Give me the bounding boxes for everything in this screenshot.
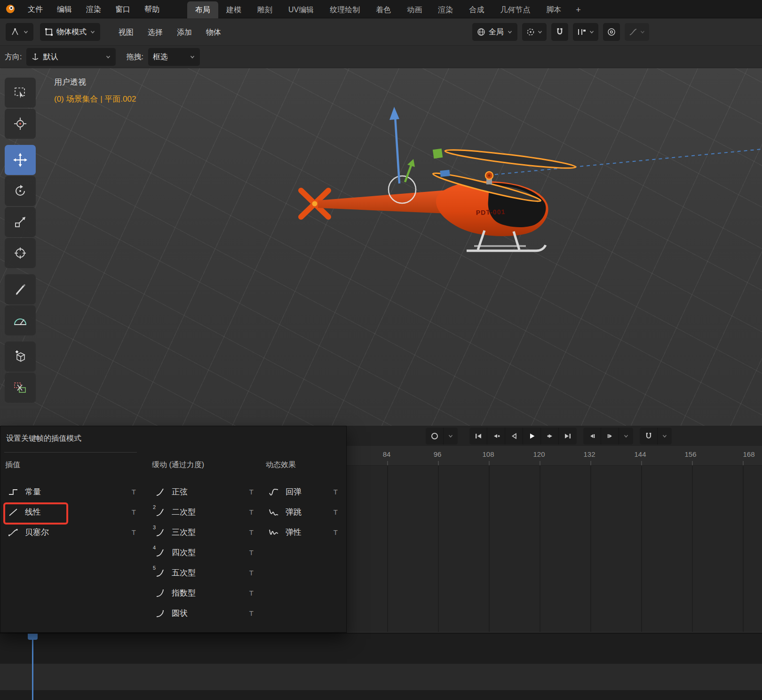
menu-add[interactable]: 添加 [170,19,199,46]
tool-select-box[interactable] [5,78,36,108]
channel-row [0,664,762,690]
chevron-down-icon [105,54,111,60]
drag-dropdown[interactable]: 框选 [148,48,200,66]
auto-keying-toggle[interactable] [426,428,444,445]
constant-interp-icon [7,487,19,497]
tab-modeling[interactable]: 建模 [218,1,249,18]
tool-scale[interactable] [5,207,36,237]
add-workspace-button[interactable]: + [569,1,587,18]
menu-edit[interactable]: 编辑 [50,0,79,18]
ease-expo-icon [154,589,166,598]
gizmo-y-arrowhead [407,159,415,167]
menu-item-sinusoidal[interactable]: 正弦 T [150,482,257,502]
editor-type-selector[interactable] [6,23,33,41]
timeline-snap-toggle[interactable] [640,428,658,445]
menu-file[interactable]: 文件 [21,0,50,18]
gizmo-z-axis-arrow[interactable] [395,116,399,183]
pivot-point-icon [526,27,535,37]
menu-item-quadratic[interactable]: 2 二次型 T [150,502,257,522]
keying-settings-dropdown[interactable] [444,428,458,445]
gizmo-plane-handle-blue[interactable] [440,170,450,177]
snap-settings-dropdown[interactable] [573,23,598,41]
tool-transform[interactable] [5,238,36,268]
play-reverse-button[interactable] [505,428,523,445]
menu-item-quartic[interactable]: 4 四次型 T [150,542,257,563]
direction-dropdown[interactable]: 默认 [26,48,116,66]
column-header: 缓动 (通过力度) [150,455,257,474]
magnet-icon [644,432,653,440]
menu-view[interactable]: 视图 [111,19,141,46]
mode-selector[interactable]: 物体模式 [40,23,100,41]
playhead-line[interactable] [32,634,33,700]
proportional-falloff-dropdown[interactable] [625,23,649,41]
timeline-snap-dropdown[interactable] [658,428,672,445]
move-gizmo[interactable] [389,107,450,203]
tab-geometry-nodes[interactable]: 几何节点 [492,1,538,18]
menu-item-linear[interactable]: 线性 T [3,502,140,522]
tool-options-row: 方向: 默认 拖拽: 框选 [0,46,762,68]
mode-label: 物体模式 [56,27,87,37]
previous-keyframe-button[interactable] [487,428,505,445]
gizmo-plane-handle-green[interactable] [433,149,443,159]
tool-scissors[interactable] [5,373,36,403]
tab-texture-paint[interactable]: 纹理绘制 [322,1,368,18]
tool-cursor[interactable] [5,109,36,139]
header-right-controls: 全局 [472,23,649,41]
chevron-down-icon [640,29,645,35]
jump-to-start-button[interactable] [469,428,487,445]
tab-uv-editing[interactable]: UV编辑 [280,1,322,18]
tab-sculpting[interactable]: 雕刻 [249,1,280,18]
menu-item-circular[interactable]: 圆状 T [150,603,257,623]
magnet-icon [555,27,564,37]
tab-layout[interactable]: 布局 [187,1,218,18]
column-header: 插值 [3,455,140,474]
menu-select[interactable]: 选择 [141,19,170,46]
helicopter-tail-boom[interactable] [318,190,448,214]
menu-item-bounce[interactable]: 弹跳 T [264,502,341,522]
transform-orientation-dropdown[interactable]: 全局 [472,23,517,41]
menu-render[interactable]: 渲染 [79,0,108,18]
playback-sync-dropdown[interactable] [619,428,633,445]
menu-item-back[interactable]: 回弹 T [264,482,341,502]
menu-item-constant[interactable]: 常量 T [3,482,140,502]
column-dynamic: 动态效果 回弹 T 弹跳 T 弹性 T [264,455,341,542]
snap-toggle-button[interactable] [551,23,568,41]
tool-measure[interactable] [5,305,36,335]
proportional-editing-toggle[interactable] [603,23,620,41]
blender-logo-icon[interactable] [0,0,21,18]
menu-item-cubic[interactable]: 3 三次型 T [150,522,257,542]
tab-animation[interactable]: 动画 [399,1,430,18]
toolbar [5,78,36,403]
bottom-timeline-editor[interactable] [0,633,762,700]
viewport-3d[interactable]: PDT-001 [0,68,762,426]
menu-window[interactable]: 窗口 [108,0,137,18]
step-forward-button[interactable] [601,428,619,445]
step-back-button[interactable] [583,428,601,445]
gizmo-z-arrowhead [389,107,399,120]
play-button[interactable] [523,428,541,445]
tool-rotate[interactable] [5,176,36,206]
menu-item-bezier[interactable]: 贝塞尔 T [3,522,140,542]
ease-sine-icon [154,487,166,497]
menu-help[interactable]: 帮助 [137,0,167,18]
menu-object[interactable]: 物体 [199,19,228,46]
playhead-cap[interactable] [28,634,38,640]
tab-render[interactable]: 渲染 [430,1,461,18]
viewport-menus: 视图 选择 添加 物体 [111,19,228,46]
tool-add-primitive[interactable] [5,342,36,372]
menu-item-elastic[interactable]: 弹性 T [264,522,341,542]
menu-item-exponential[interactable]: 指数型 T [150,583,257,603]
jump-to-end-button[interactable] [559,428,577,445]
tab-compositing[interactable]: 合成 [461,1,492,18]
next-keyframe-button[interactable] [541,428,559,445]
pivot-point-dropdown[interactable] [522,23,547,41]
blender-window: 文件 编辑 渲染 窗口 帮助 布局 建模 雕刻 UV编辑 纹理绘制 着色 动画 … [0,0,762,700]
active-object-breadcrumb: (0) 场景集合 | 平面.002 [54,94,136,104]
proportional-editing-icon [607,27,616,37]
tab-scripting[interactable]: 脚本 [538,1,569,18]
menu-item-quintic[interactable]: 5 五次型 T [150,563,257,583]
tab-shading[interactable]: 着色 [368,1,399,18]
tool-annotate[interactable] [5,274,36,304]
frame-tick-label: 120 [525,450,553,458]
tool-move-active[interactable] [5,145,36,175]
